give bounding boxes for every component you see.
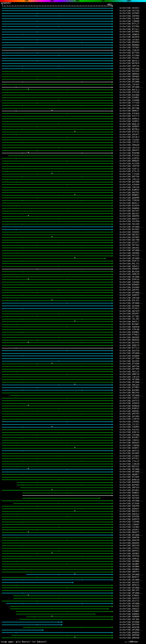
hit-label[interactable]: UniRef100_B7FGL2	[120, 28, 139, 30]
hit-bar[interactable]	[2, 105, 112, 106]
hit-label[interactable]: UniRef100_A7NX01	[120, 595, 139, 597]
hit-label[interactable]: UniRef100_B4P5M1	[120, 484, 139, 486]
hit-bar[interactable]	[2, 416, 112, 417]
hit-label[interactable]: UniRef100_Q4N8H5	[120, 613, 139, 615]
hit-label[interactable]: UniRef100_Q6DBF7	[120, 474, 139, 476]
hit-bar[interactable]	[2, 300, 112, 301]
hit-bar[interactable]	[2, 403, 112, 404]
hit-label[interactable]: UniRef100_C8VF99	[120, 165, 139, 167]
hit-bar[interactable]	[2, 393, 112, 393]
hit-label[interactable]: UniRef100_A6BVQ1	[120, 410, 139, 412]
hit-bar[interactable]	[2, 458, 112, 459]
hit-bar[interactable]	[2, 506, 112, 506]
hit-label[interactable]: UniRef100_Q9VUJ2	[120, 584, 139, 586]
hit-label[interactable]: UniRef100_A7PG36	[120, 92, 139, 94]
hit-bar[interactable]	[2, 440, 112, 440]
hit-bar[interactable]	[2, 203, 112, 203]
hit-label[interactable]: UniRef100_UP1000...	[120, 471, 143, 473]
hit-label[interactable]: UniRef100_Q4N3Z2	[120, 608, 139, 610]
hit-label[interactable]: UniRef100_C7Y1G9	[120, 102, 139, 104]
hit-bar[interactable]	[2, 219, 112, 219]
hit-bar[interactable]	[2, 350, 112, 351]
hit-bar[interactable]	[2, 50, 112, 50]
hit-label[interactable]: UniRef100_B4G9W1	[120, 389, 139, 391]
hit-bar[interactable]	[2, 438, 112, 438]
hit-label[interactable]: UniRef100_A4RYN3	[120, 15, 139, 17]
hit-bar[interactable]	[2, 87, 112, 88]
hit-bar[interactable]	[2, 316, 112, 317]
hit-label[interactable]: UniRef100_Q42628	[120, 605, 139, 607]
hit-label[interactable]: UniRef100_Q4QRF2	[120, 447, 139, 449]
hit-label[interactable]: UniRef100_B6QL19	[120, 123, 139, 125]
hit-bar[interactable]	[2, 580, 112, 580]
hit-bar[interactable]	[2, 306, 112, 306]
hit-bar[interactable]	[2, 250, 112, 251]
hit-label[interactable]: UniRef100_C3YH15	[120, 547, 139, 550]
hit-bar[interactable]	[2, 540, 112, 540]
hit-bar[interactable]	[2, 229, 112, 230]
hit-bar[interactable]	[2, 588, 112, 588]
hit-label[interactable]: UniRef100_Q55DQ8	[120, 621, 139, 623]
hit-bar[interactable]	[2, 176, 112, 177]
hit-label[interactable]: UniRef100_A6S5W2	[120, 497, 139, 499]
hit-label[interactable]: UniRef100_B7FPB4	[120, 26, 139, 28]
hit-bar[interactable]	[2, 98, 112, 98]
hit-label[interactable]: UniRef100_B6DDS6	[120, 339, 139, 341]
hit-bar[interactable]	[2, 577, 112, 578]
hit-bar[interactable]	[2, 13, 112, 14]
hit-bar[interactable]	[2, 456, 112, 456]
hit-bar[interactable]	[2, 358, 112, 359]
hit-label[interactable]: UniRef100_B4LJS1	[120, 263, 139, 265]
hit-bar[interactable]	[2, 166, 112, 166]
hit-bar[interactable]	[2, 216, 112, 216]
hit-label[interactable]: UniRef100_B6TQF6	[120, 62, 139, 64]
hit-bar[interactable]	[2, 303, 112, 304]
hit-bar[interactable]	[2, 232, 112, 232]
hit-bar[interactable]	[2, 142, 112, 143]
hit-bar[interactable]	[2, 274, 112, 274]
hit-label[interactable]: UniRef100_UP1000...	[120, 258, 143, 260]
hit-label[interactable]: UniRef100_Q29200	[120, 305, 139, 307]
hit-label[interactable]: UniRef100_A3AHB8	[120, 100, 139, 102]
hit-bar[interactable]	[2, 308, 112, 309]
hit-bar[interactable]	[2, 187, 112, 188]
hit-bar[interactable]	[2, 287, 112, 288]
hit-bar[interactable]	[2, 32, 112, 32]
hit-label[interactable]: UniRef100_C5GA03	[120, 139, 139, 141]
hit-label[interactable]: UniRef100_UP1000...	[120, 292, 143, 294]
hit-bar[interactable]	[2, 408, 112, 409]
hit-bar[interactable]	[2, 430, 112, 430]
hit-label[interactable]: UniRef100_UP1000...	[120, 603, 143, 605]
hit-label[interactable]: UniRef100_A4QR51	[120, 120, 139, 122]
hit-label[interactable]: UniRef100_B5W4B3	[120, 284, 139, 286]
hit-label[interactable]: UniRef100_C4R146	[120, 186, 139, 188]
hit-bar[interactable]	[2, 171, 112, 172]
hit-bar[interactable]	[2, 353, 112, 354]
hit-label[interactable]: UniRef100_Q5RG16	[120, 278, 139, 280]
hit-bar[interactable]	[22, 498, 99, 498]
hit-label[interactable]: UniRef100_C5KXR1	[120, 421, 139, 423]
hit-bar[interactable]	[2, 26, 112, 27]
hit-label[interactable]: UniRef100_A4MC02	[120, 558, 139, 560]
hit-bar[interactable]	[2, 16, 112, 16]
hit-label[interactable]: UniRef100_Q29Z06	[120, 516, 139, 518]
hit-label[interactable]: UniRef100_A7SS26	[120, 155, 139, 157]
hit-label[interactable]: UniRef100_B9T2N6	[120, 107, 139, 110]
hit-label[interactable]: UniRef100_Q5DBU0	[120, 355, 139, 357]
hit-label[interactable]: UniRef100_UP1000...	[120, 574, 143, 576]
hit-bar[interactable]	[2, 277, 112, 277]
hit-bar[interactable]	[2, 477, 112, 478]
hit-bar[interactable]	[2, 553, 112, 554]
hit-label[interactable]: UniRef100_Q7TJQ0	[120, 358, 139, 360]
hit-label[interactable]: UniRef100_C4JFH6	[120, 105, 139, 107]
hit-bar[interactable]	[2, 182, 112, 182]
hit-label[interactable]: UniRef100_C6LJB1	[120, 318, 139, 320]
hit-bar[interactable]	[2, 118, 112, 119]
hit-bar[interactable]	[26, 616, 112, 617]
hit-bar[interactable]	[2, 163, 112, 164]
hit-bar[interactable]	[2, 638, 112, 638]
hit-bar[interactable]	[2, 556, 112, 556]
hit-label[interactable]: UniRef100_P41115	[120, 255, 139, 257]
hit-label[interactable]: UniRef100_UP1000...	[120, 250, 143, 252]
hit-label[interactable]: UniRef100_A9D4Y2	[120, 266, 139, 268]
